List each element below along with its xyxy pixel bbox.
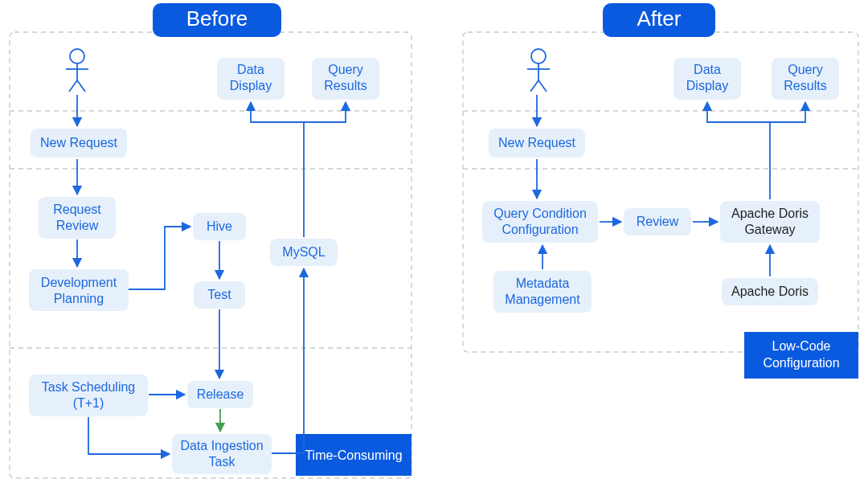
svg-line-10: [77, 80, 85, 92]
svg-text:Review: Review: [56, 219, 99, 232]
before-query-results: Query Results: [312, 58, 379, 100]
before-mysql: MySQL: [270, 239, 338, 266]
after-header: After: [603, 3, 715, 37]
svg-text:Results: Results: [324, 79, 366, 92]
after-edges: [537, 95, 805, 276]
svg-text:New Request: New Request: [40, 136, 118, 149]
svg-line-9: [69, 80, 77, 92]
after-new-request: New Request: [489, 129, 585, 158]
svg-text:Data Ingestion: Data Ingestion: [180, 439, 263, 452]
svg-text:MySQL: MySQL: [282, 245, 325, 259]
svg-text:Configuration: Configuration: [502, 223, 578, 236]
svg-text:Release: Release: [197, 387, 244, 401]
svg-text:Data: Data: [694, 63, 721, 76]
before-data-ingestion: Data Ingestion Task: [172, 434, 272, 474]
svg-text:Query Condition: Query Condition: [493, 207, 587, 220]
after-review: Review: [624, 208, 691, 235]
before-data-display: Data Display: [217, 58, 285, 100]
svg-text:Display: Display: [686, 79, 728, 92]
after-doris-gateway: Apache Doris Gateway: [720, 201, 820, 243]
svg-text:Query: Query: [788, 63, 823, 76]
before-new-request: New Request: [31, 129, 127, 158]
before-task-scheduling: Task Scheduling (T+1): [29, 375, 148, 416]
after-metadata-mgmt: Metadata Management: [493, 271, 592, 313]
svg-point-6: [70, 49, 84, 63]
svg-text:Planning: Planning: [54, 292, 104, 305]
svg-text:Results: Results: [784, 79, 826, 92]
svg-text:Data: Data: [237, 63, 264, 76]
svg-text:Hive: Hive: [207, 219, 232, 233]
before-test: Test: [194, 281, 245, 309]
svg-text:Time-Consuming: Time-Consuming: [305, 448, 402, 462]
svg-text:Management: Management: [505, 293, 580, 306]
svg-text:Before: Before: [186, 6, 248, 31]
user-icon: [527, 49, 550, 92]
svg-text:Apache Doris: Apache Doris: [731, 207, 809, 220]
before-badge: Time-Consuming: [296, 434, 411, 476]
after-data-display: Data Display: [674, 58, 741, 100]
svg-point-53: [531, 49, 546, 63]
before-request-review: Request Review: [39, 197, 116, 239]
before-release: Release: [187, 381, 253, 408]
svg-text:New Request: New Request: [498, 136, 576, 149]
svg-text:Gateway: Gateway: [744, 223, 795, 236]
before-hive: Hive: [193, 213, 246, 240]
svg-line-57: [538, 80, 547, 92]
svg-line-56: [530, 80, 538, 92]
svg-text:After: After: [637, 6, 682, 31]
after-badge: Low-Code Configuration: [744, 332, 858, 379]
svg-text:Test: Test: [207, 288, 231, 301]
svg-text:Metadata: Metadata: [516, 276, 570, 290]
svg-text:Request: Request: [53, 203, 101, 216]
svg-text:Low-Code: Low-Code: [772, 339, 831, 353]
after-apache-doris: Apache Doris: [722, 278, 818, 305]
after-query-condition: Query Condition Configuration: [482, 201, 598, 243]
svg-text:Task: Task: [209, 455, 236, 469]
before-panel: Before Data Display Query Results New Re…: [10, 3, 411, 478]
user-icon: [66, 49, 88, 92]
svg-text:Apache Doris: Apache Doris: [731, 284, 809, 298]
after-query-results: Query Results: [772, 58, 839, 100]
svg-text:(T+1): (T+1): [73, 396, 104, 410]
svg-text:Review: Review: [637, 215, 679, 228]
svg-text:Configuration: Configuration: [763, 356, 839, 370]
before-dev-planning: Development Planning: [29, 269, 129, 311]
after-panel: After Data Display Query Results New Req…: [463, 3, 858, 379]
svg-text:Task Scheduling: Task Scheduling: [42, 380, 136, 394]
before-header: Before: [153, 3, 281, 37]
svg-text:Development: Development: [41, 276, 117, 289]
svg-text:Query: Query: [328, 63, 363, 76]
svg-text:Display: Display: [230, 79, 272, 92]
